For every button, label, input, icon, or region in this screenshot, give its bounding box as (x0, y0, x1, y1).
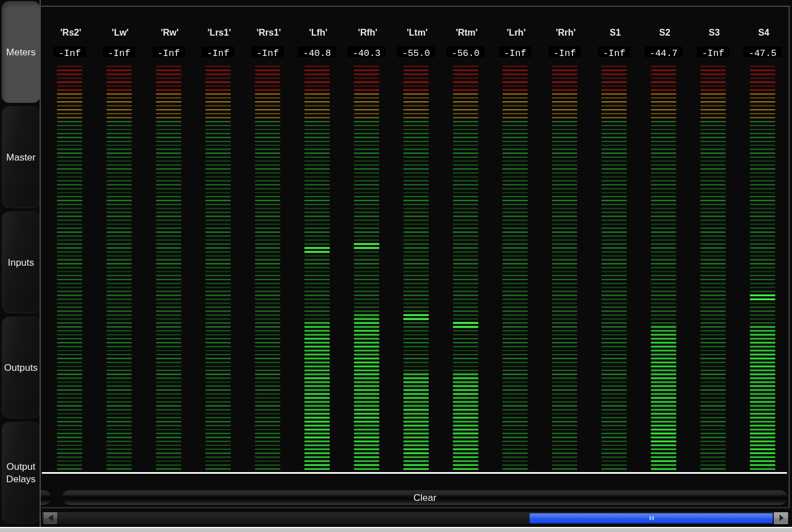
svg-text:-Inf: -Inf (603, 48, 626, 59)
svg-text:S3: S3 (709, 28, 720, 37)
svg-text:'Rfh': 'Rfh' (358, 28, 377, 37)
svg-text:'Lfh': 'Lfh' (309, 28, 327, 37)
svg-text:'Lrs1': 'Lrs1' (208, 28, 231, 37)
svg-text:-Inf: -Inf (58, 48, 81, 59)
svg-text:-56.0: -56.0 (451, 48, 480, 59)
svg-text:'Rrh': 'Rrh' (556, 28, 575, 37)
svg-text:'Ltm': 'Ltm' (407, 28, 428, 37)
svg-text:S4: S4 (758, 28, 769, 37)
svg-text:'Rtm': 'Rtm' (456, 28, 478, 37)
svg-text:-Inf: -Inf (157, 48, 180, 59)
svg-text:-Inf: -Inf (553, 48, 576, 59)
svg-text:'Lw': 'Lw' (112, 28, 129, 37)
svg-text:'Rs2': 'Rs2' (61, 28, 81, 37)
svg-text:-Inf: -Inf (702, 48, 725, 59)
svg-text:-47.5: -47.5 (748, 48, 777, 59)
svg-text:-Inf: -Inf (108, 48, 131, 59)
svg-text:-44.7: -44.7 (649, 48, 678, 59)
svg-text:'Lrh': 'Lrh' (507, 28, 526, 37)
svg-text:S2: S2 (659, 28, 670, 37)
svg-text:-Inf: -Inf (207, 48, 230, 59)
svg-text:-Inf: -Inf (504, 48, 527, 59)
svg-text:-Inf: -Inf (256, 48, 279, 59)
svg-text:-55.0: -55.0 (402, 48, 431, 59)
svg-text:-40.8: -40.8 (303, 48, 332, 59)
svg-text:S1: S1 (610, 28, 621, 37)
svg-text:'Rrs1': 'Rrs1' (256, 28, 281, 37)
svg-text:-40.3: -40.3 (352, 48, 381, 59)
svg-text:'Rw': 'Rw' (161, 28, 179, 37)
